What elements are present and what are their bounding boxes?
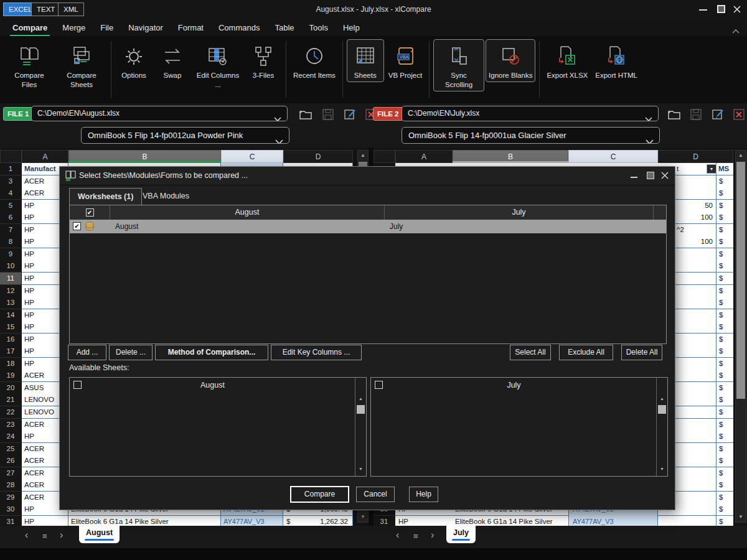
row-number[interactable]: 29 [0, 492, 21, 504]
cell-border [716, 406, 716, 419]
column-header-july[interactable]: July [385, 205, 654, 220]
right-column-header-a[interactable]: A [395, 150, 453, 163]
scroll-up-icon[interactable]: ▲ [736, 152, 746, 158]
scrollbar-thumb[interactable] [357, 405, 365, 414]
scroll-up-icon[interactable]: ▲ [355, 396, 366, 401]
sheet-tab-label: July [453, 528, 469, 537]
row-number[interactable]: 24 [0, 431, 21, 443]
tab-vba-modules[interactable]: VBA Modules [134, 188, 197, 205]
available-sheets-july-panel: July ▲ ▼ [370, 377, 668, 477]
add-button[interactable]: Add ... [68, 345, 106, 360]
row-number[interactable]: 20 [0, 382, 21, 394]
cell-e-header: MS [718, 163, 733, 175]
row-number[interactable]: 6 [0, 212, 21, 224]
row-number[interactable]: 28 [0, 479, 21, 492]
cell-dollar: $ [719, 175, 731, 188]
cancel-button[interactable]: Cancel [356, 487, 395, 502]
help-button[interactable]: Help [409, 487, 438, 502]
left-tabs-prev-icon[interactable]: ‹ [25, 529, 28, 541]
table-row[interactable]: ✔ August July [70, 220, 666, 233]
compare-button[interactable]: Compare [290, 486, 349, 503]
left-corner-header[interactable] [0, 150, 22, 163]
cell-border [716, 273, 716, 285]
cell-dollar: $ [719, 248, 731, 261]
row-number[interactable]: 5 [0, 200, 21, 212]
row-number[interactable]: 7 [0, 224, 21, 236]
cell-border [716, 467, 716, 480]
scroll-up-icon[interactable]: ▲ [657, 396, 667, 401]
scrollbar-thumb[interactable] [658, 405, 666, 414]
delete-all-button[interactable]: Delete All [621, 345, 662, 360]
scroll-down-icon[interactable]: ▼ [736, 514, 746, 520]
right-column-header-d[interactable]: D [658, 150, 733, 163]
row-number[interactable]: 11 [0, 273, 21, 285]
cell-dollar: $ [719, 187, 731, 200]
row-number[interactable]: 21 [0, 394, 21, 406]
left-column-header-c[interactable]: C [221, 150, 283, 163]
cell-border [716, 309, 716, 322]
row-number[interactable]: 8 [0, 236, 21, 248]
column-header-august[interactable]: August [110, 205, 385, 220]
right-tabs-next-icon[interactable]: › [431, 529, 434, 541]
row-number[interactable]: 27 [0, 467, 21, 480]
left-tabs-list-icon[interactable]: ≡ [42, 530, 47, 543]
scroll-down-icon[interactable]: ▼ [358, 514, 368, 520]
row-number[interactable]: 9 [0, 248, 21, 261]
scroll-down-icon[interactable]: ▼ [355, 467, 366, 471]
right-tabs-list-icon[interactable]: ≡ [413, 530, 418, 543]
left-column-header-a[interactable]: A [22, 150, 68, 163]
panel-scrollbar[interactable]: ▲ ▼ [355, 378, 366, 476]
left-column-header-d[interactable]: D [283, 150, 353, 163]
row-number[interactable]: 4 [0, 187, 21, 200]
row-number[interactable]: 18 [0, 358, 21, 370]
cell-border [716, 248, 716, 261]
delete-button[interactable]: Delete ... [109, 345, 153, 360]
method-of-comparison-button[interactable]: Method of Comparison... [155, 345, 268, 360]
row-number[interactable]: 10 [0, 260, 21, 273]
edit-key-columns-button[interactable]: Edit Key Columns ... [271, 345, 362, 360]
row-number[interactable]: 14 [0, 309, 21, 322]
row-number[interactable]: 13 [0, 297, 21, 309]
sheet-tab-august[interactable]: August [79, 526, 120, 543]
tab-worksheets[interactable]: Worksheets (1) [69, 188, 142, 205]
select-all-checkbox[interactable]: ✔ [86, 208, 94, 217]
dialog-minimize-icon[interactable] [631, 177, 637, 178]
row-number[interactable]: 23 [0, 419, 21, 431]
row-number[interactable]: 30 [0, 503, 21, 516]
row-number[interactable]: 3 [0, 175, 21, 188]
right-tabs-prev-icon[interactable]: ‹ [396, 529, 399, 541]
cell-border [716, 492, 716, 504]
select-all-button[interactable]: Select All [510, 345, 551, 360]
autofilter-icon[interactable]: ▼ [707, 164, 716, 174]
scroll-up-icon[interactable]: ▲ [358, 152, 368, 158]
header-checkbox-cell[interactable]: ✔ [70, 205, 110, 220]
row-number[interactable]: 16 [0, 334, 21, 346]
row-number[interactable]: 12 [0, 285, 21, 297]
panel-scrollbar[interactable]: ▲ ▼ [656, 378, 667, 476]
scrollbar-thumb[interactable] [736, 162, 745, 399]
cell-dollar: $ [719, 212, 731, 224]
row-number[interactable]: 25 [0, 443, 21, 455]
sheet-tab-july[interactable]: July [446, 526, 476, 543]
dialog-title-bar[interactable]: Select Sheets\Modules\Forms to be compar… [60, 167, 675, 185]
row-number[interactable]: 1 [0, 163, 21, 175]
right-corner-header[interactable] [374, 150, 395, 163]
cell-border [716, 212, 716, 224]
row-number[interactable]: 15 [0, 321, 21, 334]
row-number[interactable]: 22 [0, 406, 21, 419]
scroll-down-icon[interactable]: ▼ [657, 467, 667, 471]
cell-dollar: $ [719, 200, 731, 212]
row-checkbox[interactable]: ✔ [73, 222, 81, 230]
exclude-all-button[interactable]: Exclude All [559, 345, 613, 360]
dialog-close-icon[interactable] [660, 171, 669, 180]
right-sheet-vertical-scrollbar[interactable]: ▲ ▼ [735, 150, 746, 523]
row-number[interactable]: 19 [0, 370, 21, 382]
dialog-maximize-icon[interactable] [647, 172, 654, 179]
row-number[interactable]: 26 [0, 455, 21, 467]
left-tabs-next-icon[interactable]: › [60, 529, 63, 541]
right-column-header-c[interactable]: C [568, 150, 658, 163]
cell-dollar: $ [719, 309, 731, 322]
cell-border [716, 285, 716, 297]
cell-border [716, 382, 716, 394]
row-number[interactable]: 17 [0, 345, 21, 358]
